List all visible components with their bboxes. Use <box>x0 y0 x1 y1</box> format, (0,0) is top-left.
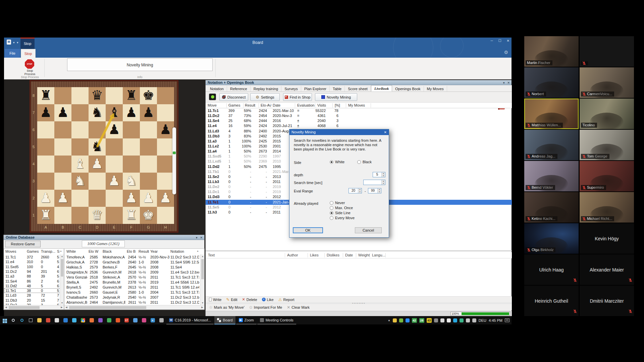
livebook-row[interactable]: 11.Tc139959%24242021-Mar-10=5532278 <box>206 108 512 113</box>
board-square[interactable] <box>157 207 174 224</box>
board-square[interactable] <box>54 207 71 224</box>
taskbar-app-icon[interactable] <box>87 316 96 324</box>
moves-column-moves[interactable]: Moves <box>5 249 16 253</box>
side-radio-black[interactable] <box>357 160 361 164</box>
scroll-thumb[interactable] <box>201 259 204 279</box>
zoom-participant-tile[interactable]: Kevin Högy <box>580 223 634 254</box>
board-square[interactable] <box>123 121 140 138</box>
board-square[interactable] <box>37 156 54 173</box>
taskbar-task-board[interactable]: Board <box>214 316 235 324</box>
taskbar-app-icon[interactable] <box>78 316 87 324</box>
moves-row[interactable]: 11.Dd24856 <box>4 284 64 288</box>
chess-piece-bB[interactable]: ♝ <box>106 104 123 121</box>
board-square[interactable] <box>140 173 157 190</box>
spinner-arrows-icon[interactable]: ▲▼ <box>377 188 381 193</box>
moves-column-transp[interactable]: Transp... <box>41 249 55 253</box>
moves-row[interactable]: 11.a388395 <box>4 274 64 279</box>
board-square[interactable] <box>157 104 174 121</box>
chess-piece-bP[interactable]: ♟ <box>157 121 174 138</box>
chess-piece-wB[interactable]: ♝ <box>71 156 89 173</box>
games-column-elo-w[interactable]: Elo W <box>89 249 98 253</box>
gear-icon[interactable]: ⚙ <box>504 50 508 55</box>
board-square[interactable] <box>71 87 89 104</box>
disconnect-button[interactable]: Disconnect <box>219 93 248 101</box>
taskbar-app-icon[interactable] <box>52 316 61 324</box>
moves-column-s[interactable]: S <box>57 249 59 253</box>
mark-as-my-move--button[interactable]: ☆Mark as 'My Move' <box>209 305 245 310</box>
cancel-button[interactable]: Cancel <box>355 227 382 233</box>
zoom-participant-tile[interactable]: Olga Birkholz <box>524 223 579 254</box>
moves-row[interactable]: 11.Ld328727 <box>4 293 64 298</box>
search-time-input[interactable]: ▲▼ <box>363 180 385 185</box>
engine-eval-bar[interactable] <box>172 127 176 194</box>
moves-vscrollbar[interactable]: ▲▼ <box>60 254 64 305</box>
chess-piece-wP[interactable]: ♟ <box>123 190 140 207</box>
livebook-row[interactable]: 11.e41659%24242020-Jul-21±40686 <box>206 123 512 128</box>
chess-board[interactable]: 87654321ABCDEFGH♜♛♜♚♟♟♞♝♟♟♟♟♞♝♟♞♟♞♟♟♟♟♟♜… <box>30 80 178 233</box>
tab-my-moves[interactable]: My Moves <box>424 86 447 92</box>
board-square[interactable] <box>123 156 140 173</box>
comment-column-langu[interactable]: Langu... <box>372 253 385 257</box>
board-square[interactable] <box>54 138 71 156</box>
restore-game-button[interactable]: Restore Game <box>5 241 41 247</box>
games-row[interactable]: Ivanov,S2660Gausel,E25801-0200411.Tc1 Sx… <box>64 290 204 295</box>
edit-button[interactable]: ✎Edit <box>226 297 237 302</box>
tray-icon[interactable] <box>460 318 464 322</box>
zoom-participant-tile[interactable]: Ketino Kachi... <box>524 192 579 223</box>
livebook-row[interactable]: 11.Se42568%24442016±20403 <box>206 118 512 123</box>
important-for-me-button[interactable]: ✩Important For Me <box>249 305 282 310</box>
scroll-thumb[interactable] <box>61 259 63 277</box>
board-square[interactable] <box>71 138 89 156</box>
games-row[interactable]: Brynell,S2492Gurevich,M2613½-½201111.Tc1… <box>64 285 204 290</box>
panel-collapse-icon[interactable]: ▾ <box>503 80 505 85</box>
chess-piece-bP[interactable]: ♟ <box>37 104 54 121</box>
tray-icon[interactable] <box>440 318 444 322</box>
comment-column-weight[interactable]: Weight <box>358 253 370 257</box>
board-square[interactable] <box>157 156 174 173</box>
chess-piece-wP[interactable]: ♟ <box>37 190 54 207</box>
games-row[interactable]: Stella,A2475Brunello,M2378½-½201911.e4 S… <box>64 280 204 285</box>
zoom-participant-tile[interactable]: Martin Fischer <box>524 36 579 67</box>
chess-piece-bQ[interactable]: ♛ <box>89 87 106 104</box>
close-button[interactable]: ✕ <box>507 39 509 43</box>
board-square[interactable] <box>54 87 71 104</box>
games-column-notation[interactable]: Notation <box>170 249 184 253</box>
tab-replay-training[interactable]: Replay training <box>251 86 281 92</box>
tab-score-sheet[interactable]: Score sheet <box>345 86 371 92</box>
pane-divider[interactable] <box>206 250 512 251</box>
column-header-Elo-Av[interactable]: Elo-Av <box>261 103 271 107</box>
report-button[interactable]: ⚠Report <box>278 297 294 302</box>
board-square[interactable] <box>157 87 174 104</box>
spinner-arrows-icon[interactable]: ▲▼ <box>381 172 385 177</box>
tab-openings-book[interactable]: Openings Book <box>392 86 424 92</box>
tab-plan-explorer[interactable]: Plan Explorer <box>301 86 330 92</box>
scroll-right-icon[interactable]: ▶ <box>200 305 204 309</box>
cortana-icon[interactable] <box>17 316 26 324</box>
like-button[interactable]: +Like <box>262 298 274 302</box>
board-square[interactable] <box>89 190 106 207</box>
chess-piece-wR[interactable]: ♜ <box>123 207 140 224</box>
board-square[interactable] <box>89 173 106 190</box>
tab-notation[interactable]: Notation <box>207 86 227 92</box>
maximize-button[interactable]: ☐ <box>498 39 501 43</box>
board-square[interactable] <box>37 121 54 138</box>
tray-badge[interactable]: 28 <box>419 318 424 323</box>
scroll-up-icon[interactable]: ▲ <box>60 254 64 258</box>
hidden-icons-chevron[interactable]: ▲ <box>388 319 390 322</box>
tray-icon[interactable] <box>434 318 438 322</box>
board-square[interactable] <box>123 138 140 156</box>
tab-file[interactable]: File <box>5 49 20 58</box>
taskbar-app-icon[interactable] <box>113 316 122 324</box>
comment-column-dislikes[interactable]: Dislikes <box>327 253 339 257</box>
board-square[interactable] <box>89 121 106 138</box>
stop-process-button[interactable]: Stop Process <box>19 69 41 76</box>
games-column-white[interactable]: White <box>66 249 76 253</box>
taskbar-app-icon[interactable] <box>105 316 113 324</box>
zoom-participant-tile[interactable]: Ticolino <box>580 99 634 129</box>
spinner-arrows-icon[interactable]: ▲▼ <box>381 180 385 185</box>
moves-row[interactable]: 11.Db320157 <box>4 298 64 303</box>
taskbar-task-meeting-controls[interactable]: Meeting Controls <box>257 316 296 324</box>
comment-column-date[interactable]: Date <box>345 253 353 257</box>
games-hscrollbar[interactable]: ◀▶ <box>64 305 204 309</box>
taskbar-app-icon[interactable]: e <box>148 316 157 324</box>
